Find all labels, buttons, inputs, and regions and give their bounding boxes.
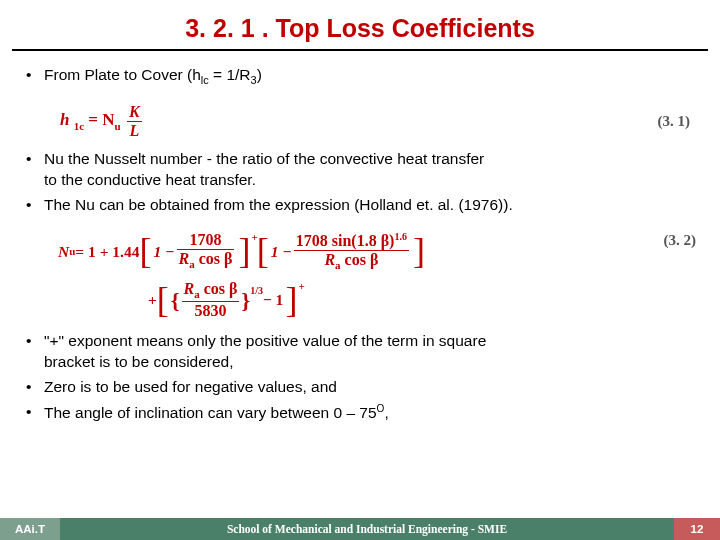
eq2-line2: + [ { Ra cos β5830 }1/3 − 1 ] + xyxy=(148,281,425,319)
bullet-nusselt-def-cont: to the conductive heat transfer. xyxy=(44,170,700,191)
bullet-group-3: "+" exponent means only the positive val… xyxy=(20,331,700,424)
footer-center: School of Mechanical and Industrial Engi… xyxy=(60,518,674,540)
bullet-plate-to-cover: From Plate to Cover (hlc = 1/R3) xyxy=(20,65,700,88)
eq2-line1: Nu = 1 + 1.44 [ 1 − 1708Ra cos β ] + [ 1… xyxy=(58,232,425,272)
bullet-angle-range: The angle of inclination can vary betwee… xyxy=(20,402,700,424)
eq1-number: (3. 1) xyxy=(658,111,691,131)
footer-page-number: 12 xyxy=(674,518,720,540)
bullet-nusselt-def: Nu the Nusselt number - the ratio of the… xyxy=(20,149,700,191)
slide-body: From Plate to Cover (hlc = 1/R3) h 1c = … xyxy=(0,65,720,424)
slide-footer: AAi.T School of Mechanical and Industria… xyxy=(0,518,720,540)
bullet-group-2: Nu the Nusselt number - the ratio of the… xyxy=(20,149,700,216)
slide-title: 3. 2. 1 . Top Loss Coefficients xyxy=(0,0,720,49)
bullet-plus-exponent-cont: bracket is to be considered, xyxy=(44,352,700,373)
bullet-group-1: From Plate to Cover (hlc = 1/R3) xyxy=(20,65,700,88)
footer-left: AAi.T xyxy=(0,518,60,540)
equation-3-1: h 1c = Nu KL (3. 1) xyxy=(20,98,700,149)
bullet-zero-negative: Zero is to be used for negative values, … xyxy=(20,377,700,398)
title-divider xyxy=(12,49,708,51)
bullet-plus-exponent: "+" exponent means only the positive val… xyxy=(20,331,700,373)
eq1-formula: h 1c = Nu KL xyxy=(60,104,144,139)
equation-3-2: Nu = 1 + 1.44 [ 1 − 1708Ra cos β ] + [ 1… xyxy=(20,226,700,328)
eq2-number: (3. 2) xyxy=(664,232,697,320)
bullet-holland-ref: The Nu can be obtained from the expressi… xyxy=(20,195,700,216)
